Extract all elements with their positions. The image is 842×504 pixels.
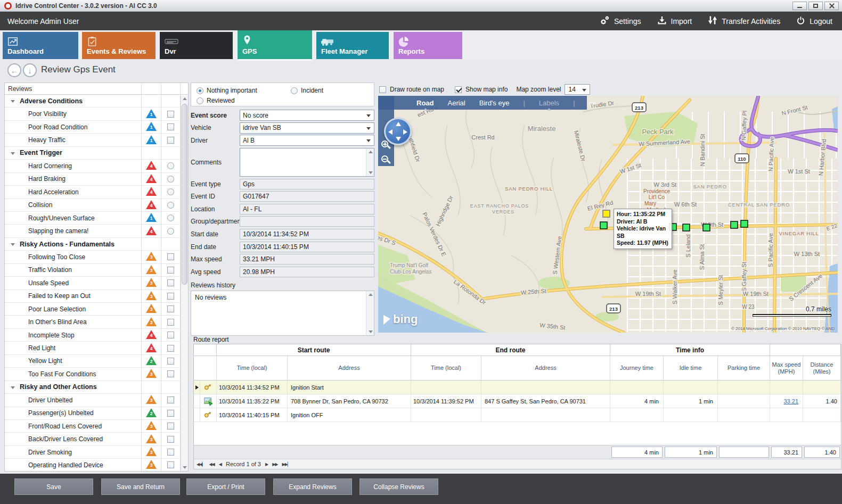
review-item[interactable]: Passenger(s) Unbelted2	[5, 407, 188, 420]
tab-fleet-manager[interactable]: Fleet Manager	[316, 32, 389, 59]
route-table-row[interactable]: 10/3/2014 11:34:52 PMIgnition Start	[194, 381, 841, 394]
route-point-marker[interactable]	[703, 224, 710, 231]
route-point-marker[interactable]	[731, 221, 738, 228]
review-item-radio[interactable]	[167, 228, 174, 235]
review-item-checkbox[interactable]	[167, 293, 174, 300]
reviews-history-box[interactable]: No reviews	[191, 291, 374, 336]
review-item[interactable]: Driver Smoking3	[5, 446, 188, 459]
review-item-checkbox[interactable]	[167, 267, 174, 274]
review-item-checkbox[interactable]	[167, 370, 174, 377]
review-item[interactable]: Hard Cornering4	[5, 160, 188, 172]
review-item-checkbox[interactable]	[167, 345, 174, 352]
review-item[interactable]: Yellow Light2	[5, 355, 188, 368]
nav-settings[interactable]: Settings	[600, 15, 641, 27]
review-item[interactable]: Hard Acceleration4	[5, 186, 188, 199]
toolbar-collapse-button[interactable]: ««	[589, 99, 595, 107]
status-radio-reviewed[interactable]: Reviewed	[197, 97, 235, 104]
comments-textarea[interactable]	[240, 148, 374, 177]
review-item[interactable]: Poor Lane Selection3	[5, 303, 188, 316]
route-table-row[interactable]: 10/3/2014 11:35:22 PM708 Bynner Dr, San …	[194, 394, 841, 408]
review-item[interactable]: Back/Driver Lens Covered3	[5, 433, 188, 445]
driver-select[interactable]: Al B	[240, 135, 374, 146]
map-image[interactable]: 213110213est Rd ETrudie DrN Front StPeck…	[378, 96, 838, 333]
review-item-checkbox[interactable]	[167, 423, 174, 429]
tab-gps[interactable]: GPS	[238, 30, 312, 59]
tab-events-reviews[interactable]: Events & Reviews	[82, 32, 156, 59]
review-category[interactable]: Adverse Conditions	[5, 95, 188, 108]
scroll-up-icon[interactable]	[183, 97, 187, 100]
status-radio-incident[interactable]: Incident	[291, 87, 323, 94]
review-item[interactable]: Front/Road Lens Covered3	[5, 420, 188, 433]
collapse-reviews-button[interactable]: Collapse Reviews	[359, 478, 438, 495]
route-point-marker[interactable]	[741, 220, 748, 227]
selected-point-marker[interactable]	[603, 210, 610, 217]
max-speed-link[interactable]: 33.21	[783, 398, 798, 404]
review-item[interactable]: Too Fast For Conditions3	[5, 368, 188, 381]
review-category[interactable]: Event Trigger	[5, 147, 188, 160]
map-view-road[interactable]: Road	[416, 99, 434, 107]
map-zoom-out-button[interactable]	[381, 155, 391, 166]
map-canvas[interactable]: 213110213est Rd ETrudie DrN Front StPeck…	[378, 96, 838, 333]
review-item-checkbox[interactable]	[167, 305, 174, 312]
tab-dashboard[interactable]: Dashboard	[3, 32, 78, 59]
map-zoom-in-button[interactable]	[381, 141, 391, 151]
review-item-checkbox[interactable]	[167, 137, 174, 144]
review-item-radio[interactable]	[167, 202, 174, 209]
scroll-down-icon[interactable]	[369, 171, 373, 174]
nav-logout[interactable]: Logout	[796, 15, 832, 27]
pager-next-icon[interactable]: ▶▶	[272, 462, 277, 467]
save-button[interactable]: Save	[14, 478, 93, 495]
close-button[interactable]	[824, 2, 839, 10]
review-item-checkbox[interactable]	[167, 319, 174, 326]
reviews-scrollbar[interactable]	[181, 95, 188, 471]
map-zoom-select[interactable]: 14	[565, 84, 590, 95]
map-view-labels[interactable]: Labels	[539, 99, 559, 107]
back-button[interactable]: ←	[7, 63, 21, 77]
scroll-up-icon[interactable]	[369, 151, 373, 153]
status-radio-nothing-important[interactable]: Nothing important	[197, 87, 257, 94]
collapse-arrow-icon[interactable]	[11, 152, 15, 155]
radio-icon[interactable]	[197, 97, 203, 104]
route-point-marker[interactable]	[683, 224, 690, 231]
review-item-checkbox[interactable]	[167, 410, 174, 417]
export-print-button[interactable]: Export / Print	[186, 478, 265, 495]
review-item-checkbox[interactable]	[167, 111, 174, 118]
review-item-radio[interactable]	[167, 188, 174, 195]
maximize-button[interactable]	[808, 2, 823, 10]
expand-reviews-button[interactable]: Expand Reviews	[273, 478, 352, 495]
draw-route-checkbox[interactable]	[379, 86, 386, 93]
minimize-button[interactable]	[792, 2, 807, 10]
review-item[interactable]: Slapping the camera!4	[5, 225, 188, 237]
review-item[interactable]: Operating Handled Device3	[5, 459, 188, 472]
review-item[interactable]: Poor Visibility1	[5, 108, 188, 120]
radio-icon[interactable]	[197, 87, 203, 94]
review-item[interactable]: Following Too Close3	[5, 251, 188, 263]
pager-next-icon[interactable]: ▶▶▏	[282, 462, 290, 467]
review-item-radio[interactable]	[167, 214, 174, 221]
nav-transfer-activities[interactable]: Transfer Activities	[708, 15, 780, 27]
review-item-checkbox[interactable]	[167, 436, 174, 443]
review-item-checkbox[interactable]	[167, 396, 174, 403]
review-item[interactable]: Traffic Violation3	[5, 264, 188, 277]
review-item[interactable]: In Other's Blind Area3	[5, 316, 188, 328]
scrollbar-thumb[interactable]	[182, 104, 187, 285]
review-item[interactable]: Red Light4	[5, 342, 188, 354]
save-and-return-button[interactable]: Save and Return	[101, 478, 180, 495]
textarea-scrollbar[interactable]	[366, 148, 374, 176]
nav-import[interactable]: Import	[657, 15, 692, 27]
review-item-checkbox[interactable]	[167, 279, 174, 286]
review-item[interactable]: Unsafe Speed3	[5, 277, 188, 290]
map-view-aerial[interactable]: Aerial	[448, 99, 465, 107]
event_score-select[interactable]: No score	[240, 110, 374, 121]
review-item[interactable]: Incomplete Stop4	[5, 329, 188, 342]
collapse-page-button[interactable]: ↓	[23, 63, 37, 77]
route-table-row[interactable]: 10/3/2014 11:40:15 PMIgnition OFF	[194, 408, 841, 422]
review-item[interactable]: Failed to Keep an Out3	[5, 290, 188, 303]
review-item-checkbox[interactable]	[167, 449, 174, 456]
pager-prev-icon[interactable]: ◀◀	[209, 462, 214, 467]
collapse-arrow-icon[interactable]	[11, 386, 15, 389]
pager-next-icon[interactable]: ▶	[265, 462, 268, 467]
review-item-checkbox[interactable]	[167, 123, 174, 130]
review-category[interactable]: Risky Actions - Fundamentals	[5, 238, 188, 251]
review-item[interactable]: Rough/Uneven Surface1	[5, 212, 188, 225]
